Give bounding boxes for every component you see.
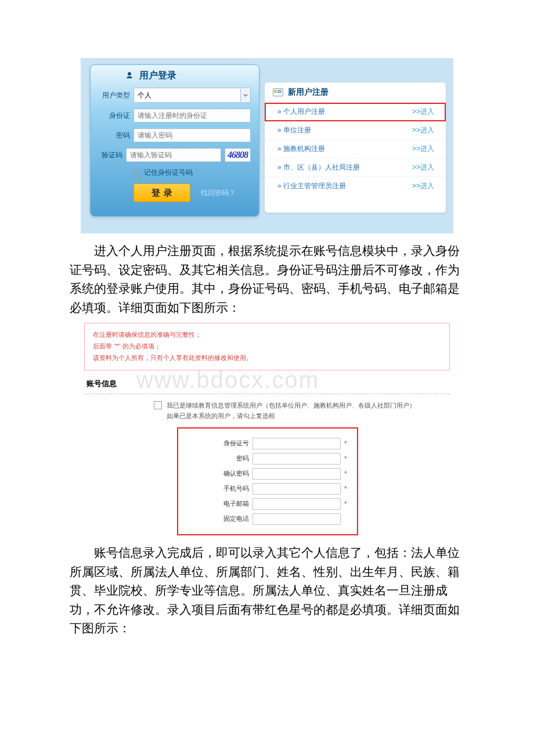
login-panel: 用户登录 用户类型 个人 身份证 密码 验证码 xyxy=(90,64,259,217)
form-label: 电子邮箱 xyxy=(208,499,249,508)
existing-user-checkbox[interactable] xyxy=(154,401,162,409)
login-button[interactable]: 登录 xyxy=(134,183,190,202)
register-item-label: » 单位注册 xyxy=(277,125,311,135)
captcha-input[interactable] xyxy=(126,148,221,162)
idcard-input[interactable] xyxy=(134,109,251,123)
register-header-text: 新用户注册 xyxy=(288,87,329,98)
register-enter-link[interactable]: >>进入 xyxy=(412,181,434,191)
svg-rect-3 xyxy=(277,92,282,93)
account-form-box: 身份证号*密码*确认密码*手机号码*电子邮箱*固定电话 xyxy=(177,427,358,535)
user-type-label: 用户类型 xyxy=(99,91,130,100)
login-button-label: 登录 xyxy=(151,188,176,199)
register-enter-link[interactable]: >>进入 xyxy=(412,125,434,135)
existing-line-1: 我已是继续教育信息管理系统用户（包括单位用户、施教机构用户、各级人社部门用户） xyxy=(167,400,416,411)
paragraph-1: 进入个人用户注册页面，根据系统提示在账号信息模块中，录入身份证号码、设定密码、及… xyxy=(70,242,464,317)
register-item-label: » 施教机构注册 xyxy=(277,144,325,154)
form-row-0: 身份证号* xyxy=(186,438,349,449)
login-header-text: 用户登录 xyxy=(139,70,176,80)
warning-line-2: 后面带 “*” 的为必填项； xyxy=(93,341,441,352)
existing-line-2: 如果已是本系统的用户，请勾上复选框 xyxy=(167,411,416,422)
form-input-4[interactable] xyxy=(252,498,341,510)
register-item-0[interactable]: » 个人用户注册>>进入 xyxy=(265,103,446,121)
password-input[interactable] xyxy=(134,128,251,142)
idcard-label: 身份证 xyxy=(99,111,130,121)
register-panel: 新用户注册 » 个人用户注册>>进入» 单位注册>>进入» 施教机构注册>>进入… xyxy=(264,82,446,213)
register-enter-link[interactable]: >>进入 xyxy=(412,107,434,117)
required-star-icon: * xyxy=(344,500,349,508)
form-row-2: 确认密码* xyxy=(186,468,349,480)
section-title: 账号信息 xyxy=(84,370,450,393)
form-input-1[interactable] xyxy=(252,453,341,465)
remember-label: 记住身份证号码 xyxy=(144,168,193,178)
required-star-icon: * xyxy=(344,440,349,448)
form-label: 身份证号 xyxy=(208,439,249,448)
required-star-icon: * xyxy=(344,485,349,493)
captcha-text: 46808 xyxy=(228,150,248,160)
register-enter-link[interactable]: >>进入 xyxy=(412,144,434,154)
form-row-1: 密码* xyxy=(186,453,349,465)
user-type-value: 个人 xyxy=(138,91,151,100)
svg-rect-2 xyxy=(277,90,282,91)
required-star-icon: * xyxy=(344,455,349,463)
warning-box: 在注册时请确保信息的准确与完整性； 后面带 “*” 的为必填项； 该资料为个人所… xyxy=(84,323,450,370)
register-item-2[interactable]: » 施教机构注册>>进入 xyxy=(265,140,446,159)
form-input-2[interactable] xyxy=(252,468,341,480)
login-header: 用户登录 xyxy=(91,65,259,88)
form-label: 固定电话 xyxy=(208,514,249,523)
section-separator xyxy=(84,394,450,394)
register-header: 新用户注册 xyxy=(265,82,446,103)
form-label: 手机号码 xyxy=(208,484,249,493)
form-row-5: 固定电话 xyxy=(186,513,349,525)
form-label: 密码 xyxy=(208,454,249,463)
register-item-4[interactable]: » 行业主管管理员注册>>进入 xyxy=(265,177,446,195)
form-row-4: 电子邮箱* xyxy=(186,498,349,510)
form-screenshot: 在注册时请确保信息的准确与完整性； 后面带 “*” 的为必填项； 该资料为个人所… xyxy=(84,323,450,535)
captcha-label: 验证码 xyxy=(99,150,122,160)
register-item-label: » 行业主管管理员注册 xyxy=(277,181,346,191)
required-star-icon: * xyxy=(344,470,349,478)
register-enter-link[interactable]: >>进入 xyxy=(412,163,434,172)
id-card-icon xyxy=(273,88,283,96)
form-label: 确认密码 xyxy=(208,469,249,478)
svg-rect-1 xyxy=(274,90,277,93)
chevron-down-icon xyxy=(240,89,250,102)
user-type-select[interactable]: 个人 xyxy=(134,88,251,103)
register-item-3[interactable]: » 市、区（县）人社局注册>>进入 xyxy=(265,159,446,177)
warning-line-3: 该资料为个人所有，只有个人享有此资料的修改和使用。 xyxy=(93,352,441,364)
form-input-0[interactable] xyxy=(252,438,341,449)
form-input-3[interactable] xyxy=(252,483,341,495)
register-item-label: » 个人用户注册 xyxy=(277,107,325,117)
login-screenshot: 用户登录 用户类型 个人 身份证 密码 验证码 xyxy=(81,58,453,233)
register-item-label: » 市、区（县）人社局注册 xyxy=(277,163,360,172)
form-input-5[interactable] xyxy=(252,513,341,525)
person-icon xyxy=(125,71,134,80)
forgot-password-link[interactable]: 找回密码？ xyxy=(201,188,236,198)
password-label: 密码 xyxy=(99,131,130,141)
warning-line-1: 在注册时请确保信息的准确与完整性； xyxy=(93,329,441,341)
captcha-image[interactable]: 46808 xyxy=(225,148,251,162)
remember-checkbox[interactable] xyxy=(134,170,142,178)
register-item-1[interactable]: » 单位注册>>进入 xyxy=(265,121,446,140)
paragraph-2: 账号信息录入完成后，即可以录入其它个人信息了，包括：法人单位所属区域、所属法人单… xyxy=(70,543,464,638)
form-row-3: 手机号码* xyxy=(186,483,349,495)
